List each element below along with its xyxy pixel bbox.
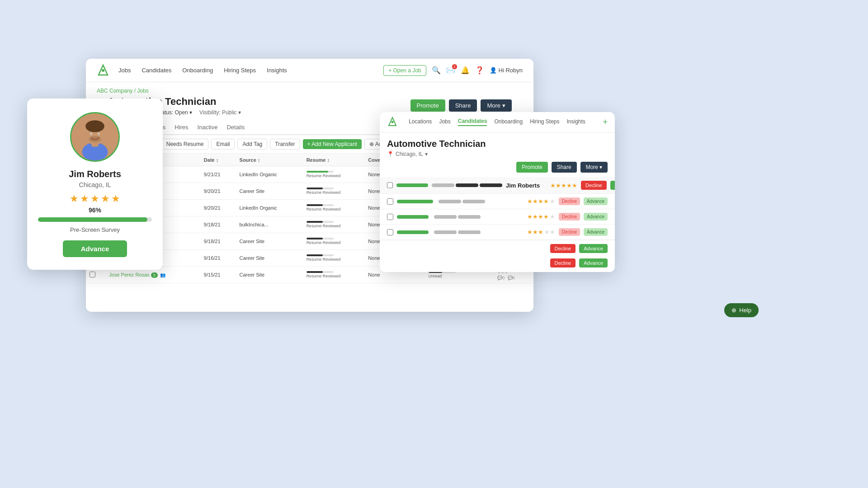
candidate-2-decline[interactable]: Decline bbox=[559, 197, 580, 205]
candidate-4-checkbox[interactable] bbox=[387, 229, 393, 235]
row-date: 9/21/21 bbox=[200, 166, 236, 183]
col-resume[interactable]: Resume ↕ bbox=[303, 154, 365, 166]
message-icon[interactable]: ✉️2 bbox=[446, 66, 455, 75]
sec-nav-jobs[interactable]: Jobs bbox=[439, 118, 450, 126]
row-source: LinkedIn Organic bbox=[236, 166, 303, 183]
bottom-advance-2[interactable]: Advance bbox=[579, 258, 608, 267]
sec-job-location: 📍 Chicago, IL ▾ bbox=[387, 151, 608, 157]
bottom-decline-2[interactable]: Decline bbox=[550, 258, 576, 267]
tab-details[interactable]: Details bbox=[226, 120, 245, 135]
sec-actions: Promote Share More ▾ bbox=[387, 162, 608, 173]
featured-candidate-stars: ★★★★★ bbox=[550, 182, 577, 189]
notification-icon[interactable]: 🔔 bbox=[461, 66, 470, 75]
sec-share-button[interactable]: Share bbox=[552, 162, 577, 173]
row-source: bulkInchica... bbox=[236, 216, 303, 233]
col-date[interactable]: Date ↕ bbox=[200, 154, 236, 166]
bottom-decline-1[interactable]: Decline bbox=[550, 244, 576, 253]
featured-checkbox[interactable] bbox=[387, 182, 393, 188]
candidate-4-advance[interactable]: Advance bbox=[584, 228, 608, 236]
candidate-3-advance[interactable]: Advance bbox=[584, 213, 608, 221]
sec-nav-candidates[interactable]: Candidates bbox=[458, 118, 487, 126]
sec-nav-locations[interactable]: Locations bbox=[409, 118, 432, 126]
promote-button[interactable]: Promote bbox=[410, 99, 445, 112]
add-new-applicant-button[interactable]: + Add New Applicant bbox=[303, 139, 362, 149]
chevron-down-icon[interactable]: ▾ bbox=[425, 151, 428, 157]
row-resume: Resume Reviewed bbox=[303, 216, 365, 233]
survey-label: Pre-Screen Survey bbox=[70, 226, 120, 233]
sec-job-title: Automotive Technician bbox=[387, 139, 608, 149]
row-resume: Resume Reviewed bbox=[303, 200, 365, 216]
nav-insights[interactable]: Insights bbox=[267, 67, 287, 74]
message-count-icon: 💬 bbox=[508, 276, 513, 280]
col-source[interactable]: Source ↕ bbox=[236, 154, 303, 166]
tab-inactive[interactable]: Inactive bbox=[198, 120, 218, 135]
help-icon[interactable]: ❓ bbox=[475, 66, 484, 75]
candidate-4-decline[interactable]: Decline bbox=[559, 228, 580, 236]
candidate-3-stars: ★★★★★ bbox=[527, 213, 555, 220]
featured-decline-button[interactable]: Decline bbox=[581, 181, 607, 190]
bottom-advance-1[interactable]: Advance bbox=[579, 244, 608, 253]
row-date: 9/16/21 bbox=[200, 250, 236, 267]
profile-card: Jim Roberts Chicago, IL ★ ★ ★ ★ ★ 96% Pr… bbox=[27, 99, 163, 270]
row-date: 9/18/21 bbox=[200, 216, 236, 233]
nav-hiring-steps[interactable]: Hiring Steps bbox=[224, 67, 256, 74]
row-source: Career Site bbox=[236, 233, 303, 250]
candidate-3-checkbox[interactable] bbox=[387, 214, 393, 220]
candidate-3-decline[interactable]: Decline bbox=[559, 213, 580, 221]
candidate-row-3: ★★★★★ Decline Advance bbox=[380, 209, 615, 225]
secondary-body: Automotive Technician 📍 Chicago, IL ▾ Pr… bbox=[380, 132, 615, 173]
row-date: 9/20/21 bbox=[200, 200, 236, 216]
row-date: 9/18/21 bbox=[200, 233, 236, 250]
tab-hires[interactable]: Hires bbox=[175, 120, 188, 135]
nav-jobs[interactable]: Jobs bbox=[118, 67, 131, 74]
user-menu[interactable]: 👤 Hi Robyn bbox=[490, 67, 523, 74]
candidate-2-checkbox[interactable] bbox=[387, 198, 393, 205]
user-icon: 👤 bbox=[490, 67, 497, 74]
row-source: Career Site bbox=[236, 183, 303, 200]
more-button[interactable]: More ▾ bbox=[481, 99, 512, 112]
brand-logo bbox=[97, 64, 109, 77]
person-icon: 👥 bbox=[160, 272, 165, 277]
add-icon[interactable]: + bbox=[603, 117, 608, 127]
featured-candidate-name: Jim Roberts bbox=[506, 182, 547, 189]
nav-onboarding[interactable]: Onboarding bbox=[182, 67, 213, 74]
featured-accept-button[interactable]: Accept bbox=[610, 181, 615, 190]
nav-candidates[interactable]: Candidates bbox=[142, 67, 171, 74]
candidate-row-2: ★★★★★ Decline Advance bbox=[380, 194, 615, 209]
avatar bbox=[70, 112, 120, 162]
transfer-button[interactable]: Transfer bbox=[270, 139, 300, 150]
svg-point-6 bbox=[85, 120, 104, 132]
candidate-row-4: ★★★★★ Decline Advance bbox=[380, 225, 615, 240]
row-resume: Resume Reviewed bbox=[303, 183, 365, 200]
open-job-button[interactable]: + Open a Job bbox=[383, 65, 426, 76]
star-4: ★ bbox=[101, 193, 110, 205]
advance-button[interactable]: Advance bbox=[63, 240, 127, 257]
row-resume: Resume Reviewed bbox=[303, 267, 365, 283]
sec-nav-onboarding[interactable]: Onboarding bbox=[494, 118, 523, 126]
navbar-actions: + Open a Job 🔍 ✉️2 🔔 ❓ 👤 Hi Robyn bbox=[383, 65, 523, 76]
needs-resume-button[interactable]: Needs Resume bbox=[161, 139, 209, 150]
score-label: 96% bbox=[89, 206, 101, 214]
candidate-stars: ★ ★ ★ ★ ★ bbox=[70, 193, 120, 205]
sec-nav-insights[interactable]: Insights bbox=[567, 118, 585, 126]
progress-bar-fill bbox=[38, 217, 147, 222]
row-resume: Resume Reviewed bbox=[303, 166, 365, 183]
help-circle-icon: ⊕ bbox=[731, 307, 736, 314]
search-icon[interactable]: 🔍 bbox=[432, 66, 441, 75]
visibility-badge[interactable]: Visibility: Public ▾ bbox=[199, 109, 241, 116]
svg-point-13 bbox=[392, 121, 394, 123]
help-button[interactable]: ⊕ Help bbox=[724, 303, 759, 317]
sec-more-button[interactable]: More ▾ bbox=[580, 162, 608, 173]
breadcrumb: ABC Company / Jobs bbox=[86, 82, 533, 96]
row-resume: Resume Reviewed bbox=[303, 233, 365, 250]
sec-promote-button[interactable]: Promote bbox=[516, 162, 547, 173]
share-button[interactable]: Share bbox=[449, 99, 477, 112]
candidate-4-stars: ★★★★★ bbox=[527, 229, 555, 235]
candidate-2-advance[interactable]: Advance bbox=[584, 197, 608, 205]
email-button[interactable]: Email bbox=[211, 139, 235, 150]
star-1: ★ bbox=[70, 193, 79, 205]
row-source: Career Site bbox=[236, 250, 303, 267]
secondary-window: Locations Jobs Candidates Onboarding Hir… bbox=[380, 112, 615, 272]
sec-nav-hiring-steps[interactable]: Hiring Steps bbox=[530, 118, 559, 126]
add-tag-button[interactable]: Add Tag bbox=[237, 139, 267, 150]
